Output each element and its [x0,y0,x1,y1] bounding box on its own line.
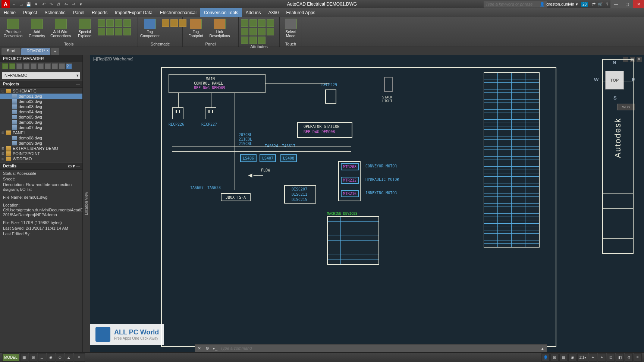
menu-project[interactable]: Project [19,8,41,17]
cart-icon[interactable]: 🛒 [597,1,604,7]
sb-track-icon[interactable]: ∠ [65,353,73,362]
tab-start[interactable]: Start [1,48,21,55]
pm-refresh-icon[interactable] [16,63,22,69]
sb-osnap-icon[interactable]: ◇ [56,353,64,362]
menu-featured-apps[interactable]: Featured Apps [282,8,319,17]
sb-btn-c[interactable]: ▦ [559,353,568,362]
sb-snap-icon[interactable]: ⊞ [29,353,37,362]
drawing-canvas[interactable]: [-][Top][2D Wireframe] — ▢ ✕ N S E W TOP… [90,55,644,352]
tools-small-3[interactable] [123,19,131,27]
sb-ortho-icon[interactable]: ⊥ [38,353,46,362]
tree-demo06-dwg[interactable]: demo06.dwg [0,120,82,125]
tag-footprint-button[interactable]: Tag Footprint [185,18,207,38]
menu-reports[interactable]: Reports [88,8,111,17]
sb-btn-h[interactable]: ◧ [616,353,624,362]
attr-btn-10[interactable] [249,37,257,44]
expander-icon[interactable]: ⊞ [1,147,6,150]
schematic-small-1[interactable] [162,19,169,27]
tree-demo09-dwg[interactable]: demo09.dwg [0,141,82,146]
close-tab-icon[interactable]: ✕ [46,49,49,53]
qat-open-icon[interactable]: ▭ [18,1,25,7]
sb-btn-i[interactable]: ⚙ [625,353,633,362]
sb-btn-b[interactable]: ⊞ [550,353,559,362]
tree-demo08-dwg[interactable]: demo08.dwg [0,135,82,141]
attr-btn-2[interactable] [249,19,257,27]
project-combo[interactable]: NFPADEMO [2,72,80,79]
pm-tool-5[interactable] [31,63,37,69]
tree-demo02-dwg[interactable]: demo02.dwg [0,99,82,104]
qat-redo-icon[interactable]: ↷ [48,1,54,7]
attr-btn-5[interactable] [241,28,248,35]
tree-demo05-dwg[interactable]: demo05.dwg [0,114,82,120]
collapse-icon[interactable]: — [76,82,80,86]
qat-prev-icon[interactable]: ⇦ [63,1,69,7]
attr-btn-6[interactable] [249,28,257,35]
tree-wddemo[interactable]: ⊞WDDEMO [0,156,82,161]
sb-btn-e[interactable]: ✦ [589,353,597,362]
tree-schematic[interactable]: ⊟SCHEMATIC [0,88,82,94]
pm-tool-4[interactable] [23,63,29,69]
expander-icon[interactable]: ⊟ [1,89,6,93]
expander-icon[interactable]: ⊞ [1,157,6,161]
menu-panel[interactable]: Panel [69,8,88,17]
pm-tool-6[interactable] [38,63,44,69]
menu-home[interactable]: Home [0,8,19,17]
sb-customize-icon[interactable]: ≡ [634,353,642,362]
add-geometry-button[interactable]: Add Geometry [26,18,48,38]
promis-e-conversion-button[interactable]: Promis-e Conversion [2,18,24,38]
schematic-small-2[interactable] [170,19,178,27]
sb-polar-icon[interactable]: ◉ [47,353,55,362]
menu-schematic[interactable]: Schematic [41,8,69,17]
tag-component-button[interactable]: Tag Component [140,18,160,38]
attr-btn-3[interactable] [258,19,266,27]
tree-point2point[interactable]: ⊞POINT2POINT [0,151,82,156]
tree-demo07-dwg[interactable]: demo07.dwg [0,125,82,130]
expander-icon[interactable]: ⊟ [1,131,6,135]
tree-demo03-dwg[interactable]: demo03.dwg [0,104,82,109]
pm-settings-icon[interactable] [59,63,65,69]
qat-undo-icon[interactable]: ↶ [40,1,47,7]
cmdline-customize-icon[interactable]: ⚙ [203,346,211,351]
projects-section-header[interactable]: Projects— [0,80,82,88]
attr-btn-4[interactable] [267,19,274,27]
sb-grid-icon[interactable]: ▦ [20,353,28,362]
qat-save-icon[interactable]: 💾 [25,1,32,7]
tools-small-2[interactable] [115,19,122,27]
sb-btn-g[interactable]: ⊡ [607,353,615,362]
pm-tool-8[interactable] [52,63,58,69]
attr-btn-11[interactable] [258,37,266,44]
qat-print-icon[interactable]: ⎙ [55,1,62,7]
expander-icon[interactable]: ⊞ [1,152,6,155]
sb-btn-f[interactable]: + [598,353,606,362]
exchange-icon[interactable]: ⇄ [590,1,597,7]
attr-btn-9[interactable] [241,37,248,44]
attr-btn-7[interactable] [258,28,266,35]
tree-demo01-dwg[interactable]: demo01.dwg [0,94,82,99]
tree-demo04-dwg[interactable]: demo04.dwg [0,109,82,114]
close-button[interactable]: ✕ [633,0,644,8]
pm-open-icon[interactable] [9,63,15,69]
cmdline-expand-icon[interactable]: ▴ [538,346,547,351]
qat-more-icon[interactable]: ▾ [78,1,84,7]
app-logo[interactable]: A [1,0,10,8]
pm-help-icon[interactable]: ? [66,63,72,69]
tools-small-0[interactable] [98,19,105,27]
sb-lineweight-icon[interactable]: ≡ [74,353,85,362]
qat-next-icon[interactable]: ⇨ [70,1,77,7]
tree-extra-library-demo[interactable]: ⊞EXTRA LIBRARY DEMO [0,146,82,151]
details-icons[interactable]: ▭ ▾ — [68,164,80,169]
add-wire-connections-button[interactable]: Add Wire Connections [50,18,72,38]
pm-new-icon[interactable] [2,63,8,69]
sb-btn-d[interactable]: ◉ [568,353,577,362]
menu-conversion-tools[interactable]: Conversion Tools [200,8,242,17]
sb-btn-a[interactable]: 👤 [541,353,550,362]
menu-add-ins[interactable]: Add-ins [242,8,265,17]
special-explode-button[interactable]: Special Explode [74,18,95,38]
qat-new-icon[interactable]: ▫ [10,1,17,7]
menu-electromechanical[interactable]: Electromechanical [156,8,200,17]
tools-small-6[interactable] [115,28,122,35]
qat-saveas-icon[interactable]: ▾ [33,1,40,7]
tools-small-5[interactable] [106,28,114,35]
link-descriptions-button[interactable]: Link Descriptions [209,18,230,38]
user-menu[interactable]: 👤 greston.dunivin ▾ 28 [537,2,590,7]
